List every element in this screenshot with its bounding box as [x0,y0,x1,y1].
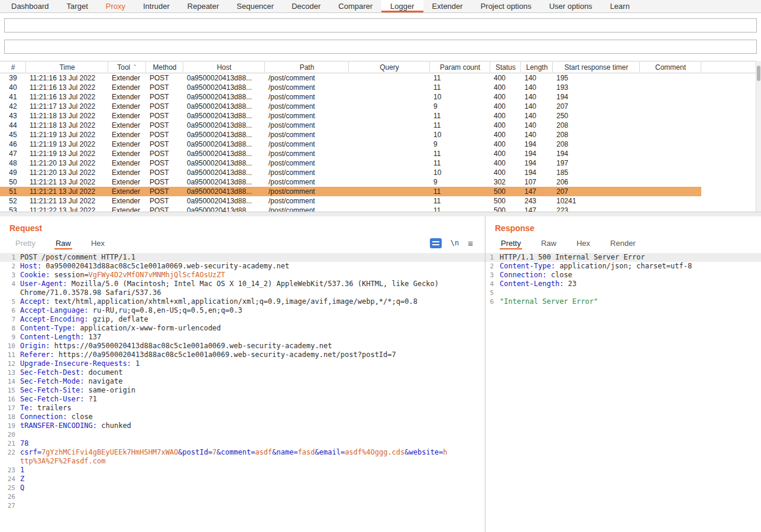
column-header-query[interactable]: Query [349,61,430,73]
cell-host: 0a9500020413d88... [183,149,265,158]
request-editor[interactable]: 1POST /post/comment HTTP/1.12Host: 0a950… [0,251,485,510]
horizontal-splitter[interactable] [0,212,761,216]
table-row[interactable]: 5211:21:21 13 Jul 2022ExtenderPOST0a9500… [0,196,701,206]
cell-length: 194 [521,168,553,177]
cell-tool: Extender [108,73,146,83]
table-row[interactable]: 4111:21:16 13 Jul 2022ExtenderPOST0a9500… [0,92,701,102]
cell-time: 11:21:22 13 Jul 2022 [26,206,108,212]
table-scrollbar-thumb[interactable] [757,66,760,81]
cell-method: POST [146,149,183,158]
tab-project-options[interactable]: Project options [472,0,540,12]
tab-raw[interactable]: Raw [54,237,72,249]
column-header-label: Time [59,63,75,72]
column-header-start-response-timer[interactable]: Start response timer [553,61,640,73]
cell-id: 44 [0,121,26,130]
table-row[interactable]: 4511:21:19 13 Jul 2022ExtenderPOST0a9500… [0,130,701,140]
sort-ascending-icon: ⌃ [132,64,137,70]
table-row[interactable]: 5311:21:22 13 Jul 2022ExtenderPOST0a9500… [0,206,701,212]
cell-comment [640,102,701,111]
show-nonprintable-icon[interactable]: \n [451,239,459,247]
line-number: 3 [0,271,20,280]
table-row[interactable]: 5111:21:21 13 Jul 2022ExtenderPOST0a9500… [0,187,701,196]
cell-comment [640,196,701,206]
cell-id: 45 [0,130,26,140]
tab-extender[interactable]: Extender [423,0,472,12]
table-row[interactable]: 4011:21:16 13 Jul 2022ExtenderPOST0a9500… [0,83,701,92]
cell-timer: 207 [553,102,640,111]
tab-hex[interactable]: Hex [90,237,106,249]
tab-target[interactable]: Target [58,0,97,12]
response-editor[interactable]: 1HTTP/1.1 500 Internal Server Error2Cont… [485,251,761,306]
tab-learn[interactable]: Learn [601,0,639,12]
table-row[interactable]: 4711:21:19 13 Jul 2022ExtenderPOST0a9500… [0,149,701,158]
tab-proxy[interactable]: Proxy [97,0,134,12]
capture-filter-bar[interactable]: Capture filter: Logger memory limit set … [4,18,757,33]
cell-host: 0a9500020413d88... [183,177,265,187]
cell-time: 11:21:20 13 Jul 2022 [26,158,108,168]
tab-dashboard[interactable]: Dashboard [2,0,58,12]
tab-hex[interactable]: Hex [575,237,591,249]
table-row[interactable]: 4911:21:20 13 Jul 2022ExtenderPOST0a9500… [0,168,701,177]
table-row[interactable]: 4211:21:17 13 Jul 2022ExtenderPOST0a9500… [0,102,701,111]
column-header--[interactable]: # [0,61,26,73]
column-header-status[interactable]: Status [490,61,521,73]
cell-path: /post/comment [265,92,349,102]
table-row[interactable]: 3911:21:16 13 Jul 2022ExtenderPOST0a9500… [0,73,701,83]
editor-menu-icon[interactable]: ≡ [468,238,473,248]
table-row[interactable]: 5011:21:21 13 Jul 2022ExtenderPOST0a9500… [0,177,701,187]
cell-method: POST [146,206,183,212]
line-number: 4 [485,280,500,288]
column-header-param-count[interactable]: Param count [430,61,490,73]
table-scrollbar[interactable] [756,61,761,212]
table-row[interactable]: 4611:21:19 13 Jul 2022ExtenderPOST0a9500… [0,140,701,149]
log-table: #TimeTool⌃MethodHostPathQueryParam count… [0,61,761,212]
tab-comparer[interactable]: Comparer [329,0,381,12]
column-header-host[interactable]: Host [183,61,265,73]
cell-comment [640,111,701,121]
table-row[interactable]: 4811:21:20 13 Jul 2022ExtenderPOST0a9500… [0,158,701,168]
column-header-path[interactable]: Path [265,61,349,73]
tab-pretty[interactable]: Pretty [14,237,37,249]
tab-pretty[interactable]: Pretty [500,237,522,249]
cell-host: 0a9500020413d88... [183,206,265,212]
tab-raw[interactable]: Raw [540,237,558,249]
line-content [20,492,485,501]
cell-comment [640,92,701,102]
table-row[interactable]: 4411:21:18 13 Jul 2022ExtenderPOST0a9500… [0,121,701,130]
table-header: #TimeTool⌃MethodHostPathQueryParam count… [0,61,761,73]
cell-path: /post/comment [265,177,349,187]
cell-query [349,111,430,121]
cell-host: 0a9500020413d88... [183,73,265,83]
cell-query [349,140,430,149]
table-row[interactable]: 4311:21:18 13 Jul 2022ExtenderPOST0a9500… [0,111,701,121]
cell-timer: 250 [553,111,640,121]
tab-render[interactable]: Render [609,237,637,249]
editor-line: 12Upgrade-Insecure-Requests: 1 [0,359,485,368]
editor-line: 24Z [0,475,485,484]
cell-param_count: 11 [430,158,490,168]
tab-intruder[interactable]: Intruder [134,0,179,12]
tab-decoder[interactable]: Decoder [283,0,329,12]
cell-id: 47 [0,149,26,158]
tab-logger[interactable]: Logger [381,0,423,12]
column-header-method[interactable]: Method [146,61,183,73]
line-content: Content-Type: application/x-www-form-url… [20,324,485,333]
cell-length: 140 [521,83,553,92]
tab-user-options[interactable]: User options [540,0,601,12]
column-header-label: Method [153,63,176,72]
column-header-time[interactable]: Time [26,61,108,73]
line-content: Origin: https://0a9500020413d88ac08c5c1e… [20,342,485,351]
line-number: 1 [485,253,500,262]
cell-query [349,149,430,158]
wrap-lines-icon[interactable] [430,238,442,248]
cell-param_count: 11 [430,206,490,212]
tab-repeater[interactable]: Repeater [179,0,228,12]
column-header-length[interactable]: Length [521,61,553,73]
tab-sequencer[interactable]: Sequencer [228,0,283,12]
view-filter-bar[interactable]: View filter: Showing all items [4,40,757,54]
editor-line: 26 [0,492,485,501]
response-tab-bar: PrettyRawHexRender [485,235,761,251]
column-header-comment[interactable]: Comment [640,61,701,73]
column-header-tool[interactable]: Tool⌃ [108,61,146,73]
cell-comment [640,149,701,158]
